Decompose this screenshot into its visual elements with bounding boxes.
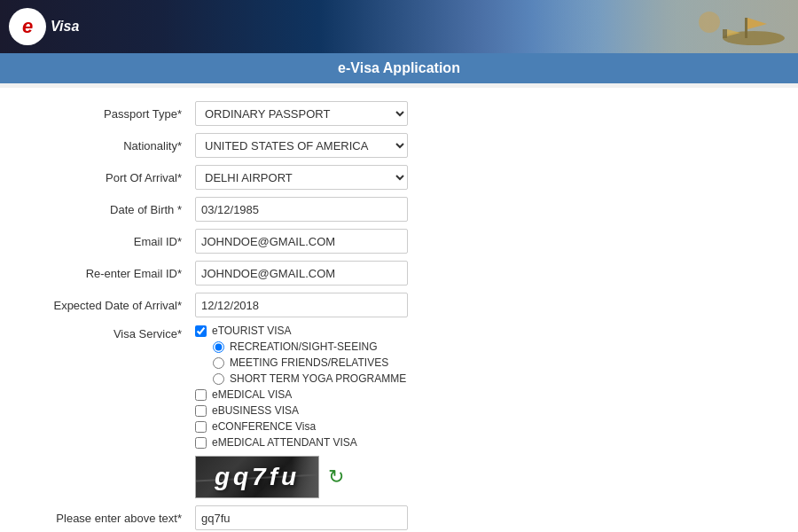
meeting-label: MEETING FRIENDS/RELATIVES xyxy=(230,356,388,369)
re-email-input[interactable] xyxy=(195,261,408,286)
passport-type-select[interactable]: ORDINARY PASSPORT OFFICIAL PASSPORT DIPL… xyxy=(195,101,408,126)
meeting-option: MEETING FRIENDS/RELATIVES xyxy=(213,356,406,369)
yoga-radio[interactable] xyxy=(213,373,224,385)
ebusiness-label: eBUSINESS VISA xyxy=(212,404,299,417)
econference-checkbox[interactable] xyxy=(195,421,207,433)
econference-option: eCONFERENCE Visa xyxy=(195,420,406,433)
visa-service-label: Visa Service* xyxy=(18,325,195,340)
captcha-display-text: gq7fu xyxy=(215,463,300,491)
logo-area: e Visa xyxy=(0,4,88,50)
nationality-select[interactable]: UNITED STATES OF AMERICA UNITED KINGDOM … xyxy=(195,133,408,158)
svg-rect-3 xyxy=(723,29,727,38)
ebusiness-option: eBUSINESS VISA xyxy=(195,404,406,417)
email-row: Email ID* xyxy=(18,229,780,254)
meeting-radio[interactable] xyxy=(213,357,224,369)
visa-options: eTOURIST VISA RECREATION/SIGHT-SEEING ME… xyxy=(195,325,406,449)
expected-arrival-label: Expected Date of Arrival* xyxy=(18,299,195,312)
date-of-birth-label: Date of Birth * xyxy=(18,203,195,216)
captcha-input-row: Please enter above text* xyxy=(18,505,780,530)
emedical-label: eMEDICAL VISA xyxy=(212,388,292,401)
nationality-row: Nationality* UNITED STATES OF AMERICA UN… xyxy=(18,133,780,158)
page-title: e-Visa Application xyxy=(0,53,798,83)
etourist-label: eTOURIST VISA xyxy=(212,325,292,337)
passport-type-label: Passport Type* xyxy=(18,107,195,121)
emedical-attendant-option: eMEDICAL ATTENDANT VISA xyxy=(195,436,406,449)
re-email-label: Re-enter Email ID* xyxy=(18,267,195,280)
email-input[interactable] xyxy=(195,229,408,254)
emedical-attendant-label: eMEDICAL ATTENDANT VISA xyxy=(212,436,357,449)
date-of-birth-input[interactable]: 03/12/1985 xyxy=(195,197,408,222)
boat-decoration xyxy=(683,4,789,49)
emedical-attendant-checkbox[interactable] xyxy=(195,437,207,449)
form-container: Passport Type* ORDINARY PASSPORT OFFICIA… xyxy=(0,88,798,532)
email-label: Email ID* xyxy=(18,235,195,248)
date-of-birth-row: Date of Birth * 03/12/1985 xyxy=(18,197,780,222)
passport-type-row: Passport Type* ORDINARY PASSPORT OFFICIA… xyxy=(18,101,780,126)
econference-label: eCONFERENCE Visa xyxy=(212,420,316,433)
logo-circle: e xyxy=(9,8,46,45)
nationality-label: Nationality* xyxy=(18,139,195,153)
captcha-input[interactable] xyxy=(195,505,408,530)
expected-arrival-input[interactable] xyxy=(195,293,408,317)
svg-marker-2 xyxy=(747,18,767,29)
logo-visa-text: Visa xyxy=(51,19,79,35)
svg-rect-1 xyxy=(745,18,747,38)
emedical-option: eMEDICAL VISA xyxy=(195,388,406,401)
page-title-text: e-Visa Application xyxy=(338,60,460,75)
svg-point-5 xyxy=(699,12,720,33)
header: e Visa xyxy=(0,0,798,53)
port-of-arrival-label: Port Of Arrival* xyxy=(18,171,195,184)
captcha-area: gq7fu ↻ xyxy=(195,456,780,498)
yoga-label: SHORT TERM YOGA PROGRAMME xyxy=(230,372,406,385)
port-of-arrival-row: Port Of Arrival* DELHI AIRPORT MUMBAI AI… xyxy=(18,165,780,190)
recreation-label: RECREATION/SIGHT-SEEING xyxy=(230,340,377,353)
refresh-captcha-icon[interactable]: ↻ xyxy=(328,466,344,489)
re-email-row: Re-enter Email ID* xyxy=(18,261,780,286)
recreation-radio[interactable] xyxy=(213,341,224,353)
visa-service-section: Visa Service* eTOURIST VISA RECREATION/S… xyxy=(18,325,780,449)
etourist-checkbox[interactable] xyxy=(195,325,207,337)
port-of-arrival-select[interactable]: DELHI AIRPORT MUMBAI AIRPORT CHENNAI AIR… xyxy=(195,165,408,190)
emedical-checkbox[interactable] xyxy=(195,389,207,401)
yoga-option: SHORT TERM YOGA PROGRAMME xyxy=(213,372,406,385)
captcha-input-label: Please enter above text* xyxy=(18,512,195,525)
captcha-image: gq7fu xyxy=(195,456,319,498)
recreation-option: RECREATION/SIGHT-SEEING xyxy=(213,340,406,353)
logo-e-letter: e xyxy=(22,15,33,38)
ebusiness-checkbox[interactable] xyxy=(195,405,207,417)
etourist-option: eTOURIST VISA xyxy=(195,325,406,337)
expected-arrival-row: Expected Date of Arrival* xyxy=(18,293,780,317)
